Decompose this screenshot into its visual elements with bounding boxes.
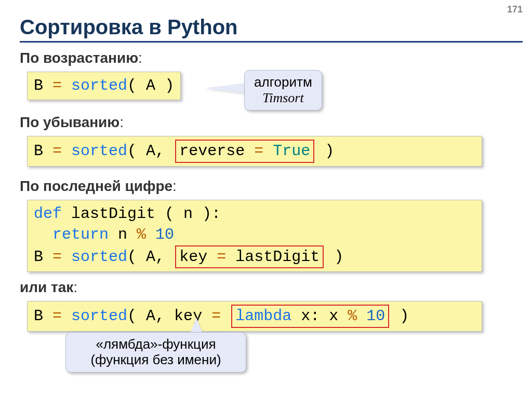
label-descending: По убыванию: [20,114,532,131]
label-text: По убыванию [20,114,119,130]
callout-tail-icon [190,318,203,333]
label-colon: : [73,279,77,295]
label-or: или так: [20,279,532,296]
title-underline [20,41,523,43]
fn-sorted: sorted [71,307,127,325]
paren-close: ) [165,77,174,94]
op-eq: = [52,248,62,266]
paren-close: ) [325,248,343,266]
num-10: 10 [366,307,385,325]
var-b: B [34,248,43,266]
arg-a: A [137,77,165,94]
fn-args: ( n ): [165,205,221,223]
kw-lambda: lambda [235,307,291,325]
fn-sorted: sorted [71,77,127,94]
callout-line2: Timsort [254,90,312,106]
label-text: или так [20,279,73,295]
op-pct: % [348,307,357,325]
op-eq: = [211,307,221,325]
highlight-lambda: lambda x: x % 10 [231,305,389,328]
fn-sorted: sorted [71,142,127,160]
kw-key: key [179,248,207,266]
op-eq: = [52,77,62,94]
fn-sorted: sorted [71,248,127,266]
op-eq: = [52,307,62,325]
callout-line1: алгоритм [254,75,312,90]
code-lambda: B = sorted( A, key = lambda x: x % 10 ) [27,301,482,332]
label-colon: : [138,50,142,66]
num-10: 10 [155,226,174,243]
callout-lambda: «лямбда»-функция (функция без имени) [65,332,246,373]
key-val: lastDigit [235,248,320,266]
callout-line2: (функция без имени) [75,352,236,368]
callout-tail-icon [205,83,246,93]
kw-true: True [273,142,310,160]
code-ascending: B = sorted( A ) [27,72,181,100]
label-ascending: По возрастанию: [20,50,532,66]
arg-a: A, [137,248,174,266]
kw-def: def [34,205,62,223]
op-eq: = [52,142,62,160]
op-eq: = [254,142,263,160]
lambda-body: x: x [291,307,338,325]
highlight-reverse: reverse = True [175,140,314,163]
code-descending: B = sorted( A, reverse = True ) [27,136,482,167]
label-text: По последней цифре [20,178,172,194]
paren-open: ( [127,248,137,266]
paren-open: ( [127,77,137,94]
code-lastdigit: def lastDigit ( n ): return n % 10 B = s… [27,200,482,272]
paren-close: ) [390,307,409,325]
label-lastdigit: По последней цифре: [20,178,532,195]
op-pct: % [137,226,146,243]
callout-timsort: алгоритм Timsort [244,70,322,111]
op-eq: = [217,248,226,266]
paren-close: ) [315,142,334,160]
paren-open: ( [127,307,137,325]
page-number: 171 [507,4,523,15]
label-colon: : [172,178,177,194]
kw-reverse: reverse [179,142,245,160]
kw-return: return [52,226,109,243]
expr-n: n [109,226,127,243]
fn-name: lastDigit [62,205,165,223]
slide-title: Сортировка в Python [20,16,532,39]
paren-open: ( [127,142,137,160]
arg-a: A, [137,142,174,160]
var-b: B [34,307,43,325]
highlight-key: key = lastDigit [175,245,324,269]
var-b: B [34,77,43,94]
callout-line1: «лямбда»-функция [75,337,236,352]
var-b: B [34,142,43,160]
label-text: По возрастанию [20,50,138,66]
label-colon: : [119,114,124,130]
